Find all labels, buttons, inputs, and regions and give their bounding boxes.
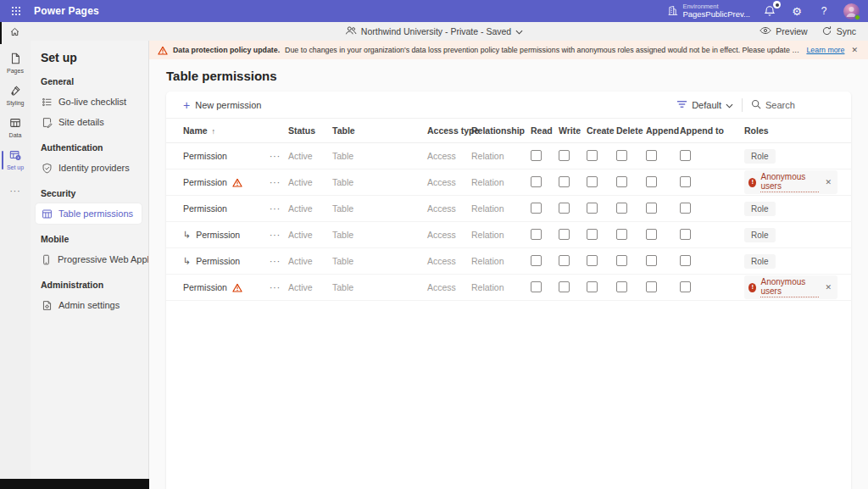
write-checkbox[interactable] (559, 281, 570, 292)
write-checkbox[interactable] (559, 176, 570, 187)
append-to-checkbox[interactable] (680, 255, 691, 266)
help-icon[interactable]: ? (816, 3, 832, 19)
sync-button[interactable]: Sync (821, 25, 856, 38)
sidebar-item-identity-providers[interactable]: Identity providers (36, 158, 142, 178)
view-selector[interactable]: Default (676, 100, 733, 110)
phone-icon (41, 254, 52, 265)
row-menu-icon[interactable]: ··· (270, 283, 288, 292)
anonymous-users-badge[interactable]: !Anonymous users✕ (744, 170, 837, 194)
notifications-bell-icon[interactable] (762, 3, 777, 19)
search-input[interactable] (765, 100, 833, 110)
create-checkbox[interactable] (587, 255, 598, 266)
new-permission-button[interactable]: + New permission (183, 99, 261, 111)
write-checkbox[interactable] (559, 229, 570, 240)
row-menu-icon[interactable]: ··· (270, 204, 288, 214)
rail-item-data[interactable]: Data (0, 114, 31, 142)
table-row[interactable]: ↳Permission···ActiveTableAccessRelationR… (166, 222, 851, 248)
rail-item-set-up[interactable]: Set up (0, 146, 31, 175)
create-checkbox[interactable] (587, 203, 598, 214)
delete-checkbox[interactable] (616, 255, 627, 266)
badge-dismiss-icon[interactable]: ✕ (825, 178, 832, 186)
append-checkbox[interactable] (646, 255, 657, 266)
sidebar-item-admin-settings[interactable]: Admin settings (36, 295, 142, 315)
append-to-checkbox[interactable] (680, 176, 691, 187)
more-icon[interactable]: ··· (10, 186, 21, 196)
row-menu-icon[interactable]: ··· (270, 178, 288, 187)
relationship-cell: Relation (471, 256, 531, 266)
sidebar-item-go-live-checklist[interactable]: Go-live checklist (36, 92, 142, 112)
read-checkbox[interactable] (531, 176, 542, 187)
home-icon[interactable] (0, 26, 29, 37)
append-checkbox[interactable] (646, 203, 657, 214)
create-checkbox[interactable] (587, 150, 598, 161)
row-menu-icon[interactable]: ··· (270, 257, 288, 266)
banner-close-icon[interactable]: ✕ (849, 46, 860, 54)
create-checkbox[interactable] (587, 281, 598, 292)
user-avatar[interactable] (843, 3, 860, 19)
status-cell: Active (288, 203, 332, 214)
column-header-append[interactable]: Append (646, 125, 680, 136)
delete-checkbox[interactable] (616, 150, 627, 161)
access-type-cell: Access (427, 177, 471, 187)
column-header-create[interactable]: Create (587, 125, 616, 136)
delete-checkbox[interactable] (616, 229, 627, 240)
column-header-name[interactable]: Name↑ (183, 125, 288, 136)
column-header-access-type[interactable]: Access type (427, 125, 471, 136)
banner-learn-more-link[interactable]: Learn more (806, 46, 844, 54)
append-checkbox[interactable] (646, 281, 657, 292)
settings-gear-icon[interactable]: ⚙ (789, 3, 804, 19)
create-checkbox[interactable] (587, 229, 598, 240)
table-cell: Table (332, 230, 427, 240)
column-header-read[interactable]: Read (531, 125, 559, 136)
column-header-append-to[interactable]: Append to (680, 125, 744, 136)
column-header-status[interactable]: Status (288, 125, 332, 136)
append-checkbox[interactable] (646, 229, 657, 240)
read-checkbox[interactable] (531, 150, 542, 161)
environment-picker[interactable]: Environment PagesPublicPrev... (667, 3, 750, 19)
append-to-checkbox[interactable] (680, 281, 691, 292)
delete-checkbox[interactable] (616, 281, 627, 292)
append-to-checkbox[interactable] (680, 150, 691, 161)
column-header-delete[interactable]: Delete (616, 125, 646, 136)
column-header-table[interactable]: Table (332, 125, 427, 136)
read-checkbox[interactable] (531, 255, 542, 266)
append-to-checkbox[interactable] (680, 203, 691, 214)
sidebar-section-header: Security (41, 188, 142, 198)
column-header-label: Relationship (471, 125, 525, 136)
column-header-relationship[interactable]: Relationship (471, 125, 531, 136)
append-checkbox[interactable] (646, 150, 657, 161)
delete-checkbox[interactable] (616, 176, 627, 187)
column-header-write[interactable]: Write (559, 125, 587, 136)
waffle-icon[interactable] (5, 0, 27, 22)
badge-dismiss-icon[interactable]: ✕ (825, 283, 832, 292)
rail-item-styling[interactable]: Styling (0, 81, 31, 110)
append-to-checkbox[interactable] (680, 229, 691, 240)
read-checkbox[interactable] (531, 229, 542, 240)
write-checkbox[interactable] (559, 203, 570, 214)
sidebar-item-progressive-web-application[interactable]: Progressive Web Application (36, 249, 142, 270)
write-checkbox[interactable] (559, 150, 570, 161)
anonymous-users-badge[interactable]: !Anonymous users✕ (744, 275, 837, 299)
write-checkbox[interactable] (559, 255, 570, 266)
rail-item-pages[interactable]: Pages (0, 49, 31, 78)
sidebar-item-site-details[interactable]: Site details (36, 112, 142, 132)
site-switcher[interactable]: Northwind University - Private - Saved (345, 25, 523, 37)
column-header-roles[interactable]: Roles (744, 125, 837, 136)
read-checkbox[interactable] (531, 281, 542, 292)
create-checkbox[interactable] (587, 176, 598, 187)
row-menu-icon[interactable]: ··· (270, 152, 288, 161)
table-row[interactable]: Permission···ActiveTableAccessRelationRo… (166, 196, 851, 222)
table-row[interactable]: Permission···ActiveTableAccessRelationRo… (166, 143, 851, 169)
append-checkbox[interactable] (646, 176, 657, 187)
preview-button[interactable]: Preview (760, 26, 807, 36)
permission-name: Permission (196, 256, 240, 266)
table-row[interactable]: ↳Permission···ActiveTableAccessRelationR… (166, 248, 851, 275)
column-header-label: Name (183, 125, 208, 136)
table-row[interactable]: Permission···ActiveTableAccessRelation!A… (166, 275, 851, 301)
table-row[interactable]: Permission···ActiveTableAccessRelation!A… (166, 169, 851, 196)
read-checkbox[interactable] (531, 203, 542, 214)
sidebar-item-table-permissions[interactable]: Table permissions (36, 203, 142, 224)
delete-checkbox[interactable] (616, 203, 627, 214)
child-indicator-icon: ↳ (183, 230, 191, 241)
row-menu-icon[interactable]: ··· (270, 231, 288, 240)
